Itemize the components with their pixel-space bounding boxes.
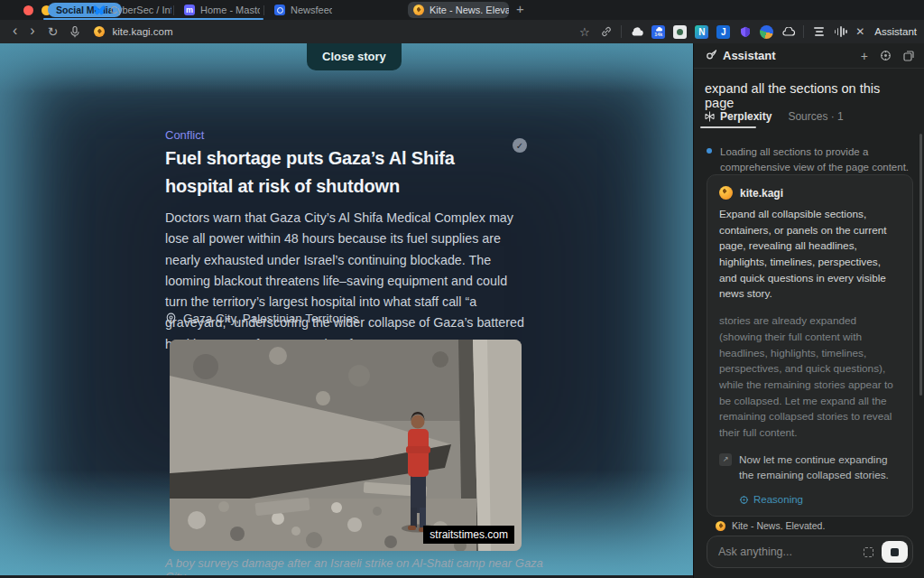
ask-input[interactable] [718, 545, 864, 558]
close-window-button[interactable] [23, 5, 33, 15]
back-button[interactable]: ‹ [13, 23, 17, 38]
tab-mastodon[interactable]: m Home - Mastodon [179, 2, 260, 18]
navigate-icon: ↗ [719, 453, 732, 466]
extension-badge: 14k [654, 32, 662, 37]
instruction-text: Expand all collapsible sections, contain… [719, 207, 901, 303]
tab-label: Home - Mastodon [200, 5, 260, 15]
user-query: expand all the sections on this page [705, 81, 912, 110]
new-tab-button[interactable]: + [516, 1, 524, 16]
close-assistant-icon[interactable]: ✕ [855, 25, 864, 38]
tab-label: Newsfeed [291, 5, 332, 15]
source-row: kite.kagi [719, 186, 901, 200]
site-favicon-kite [94, 26, 105, 37]
observation-text: stories are already expanded (showing th… [719, 313, 901, 442]
voice-wave-icon[interactable] [834, 25, 847, 39]
newsfeed-icon [274, 5, 285, 15]
location-pin-icon [165, 312, 177, 325]
status-text: Loading all sections to provide a compre… [720, 144, 912, 176]
stop-generation-button[interactable] [882, 541, 908, 563]
active-tab-underline [700, 126, 756, 128]
article-location: Gaza City, Palestinian Territories [165, 312, 526, 325]
comet-icon [705, 50, 716, 61]
shield-extension-icon[interactable] [738, 25, 752, 39]
status-bullet-icon [707, 148, 712, 154]
panel-scrollbar[interactable] [919, 134, 922, 396]
kite-icon [716, 521, 725, 531]
reasoning-label: Reasoning [753, 494, 803, 505]
tab-label: Sources · 1 [788, 110, 843, 123]
assistant-header: Assistant + [694, 43, 924, 69]
screenshot-icon[interactable] [864, 547, 873, 557]
bluesky-icon [94, 5, 105, 15]
location-text: Gaza City, Palestinian Territories [183, 312, 359, 325]
photo-credit: straitstimes.com [423, 526, 514, 544]
reload-button[interactable]: ↻ [48, 25, 59, 38]
article-photo[interactable]: straitstimes.com [170, 340, 522, 551]
status-row: Loading all sections to provide a compre… [707, 144, 912, 176]
cloud-extension-icon[interactable] [630, 25, 643, 39]
tab-bluesky[interactable]: CyberSec / Infosec — Bluesky [88, 2, 171, 18]
copy-link-icon[interactable] [599, 25, 613, 39]
page-context-chip[interactable]: Kite - News. Elevated. [716, 520, 825, 531]
tab-divider [173, 5, 174, 15]
tab-strip: Social Media CyberSec / Infosec — Bluesk… [0, 0, 924, 20]
address-bar[interactable]: kite.kagi.com [94, 26, 172, 37]
article-headline: Fuel shortage puts Gaza’s Al Shifa hospi… [165, 144, 526, 200]
open-in-window-icon[interactable] [903, 51, 914, 61]
url-text: kite.kagi.com [112, 26, 172, 37]
bookmark-star-icon[interactable]: ☆ [578, 25, 591, 39]
forward-button[interactable]: › [30, 23, 34, 38]
mastodon-icon: m [184, 5, 195, 15]
kite-icon [413, 5, 424, 15]
tab-perplexity[interactable]: Perplexity [705, 110, 772, 123]
action-text: Now let me continue expanding the remain… [739, 452, 901, 484]
action-row: ↗ Now let me continue expanding the rema… [719, 452, 901, 484]
tab-divider [263, 5, 264, 15]
n-extension-icon[interactable]: N [695, 25, 708, 39]
settings-icon[interactable] [880, 50, 892, 61]
assistant-tabs: Perplexity Sources · 1 [705, 110, 844, 123]
perplexity-logo-icon [705, 111, 715, 122]
microphone-icon[interactable] [70, 26, 79, 38]
browser-window: Social Media CyberSec / Infosec — Bluesk… [0, 0, 924, 578]
page-viewport: Close story ✓ Conflict Fuel shortage put… [0, 43, 693, 578]
assistant-panel: Assistant + expand all the sections on t… [693, 43, 924, 578]
source-name: kite.kagi [740, 187, 783, 200]
j-extension-icon[interactable]: J [716, 25, 730, 39]
camera-extension-icon[interactable] [673, 25, 687, 39]
tab-label: Kite - News. Elevated. [430, 5, 509, 15]
globe-extension-icon[interactable] [760, 25, 773, 39]
reading-list-icon[interactable] [812, 25, 826, 39]
rubble-scene-illustration [170, 340, 522, 551]
tab-newsfeed[interactable]: Newsfeed [269, 2, 332, 18]
tab-label: CyberSec / Infosec — Bluesky [110, 5, 171, 15]
toolbar-divider [621, 25, 622, 38]
context-chip-label: Kite - News. Elevated. [732, 520, 825, 531]
article-category[interactable]: Conflict [165, 128, 526, 142]
article-body: Doctors warn that Gaza City’s Al Shifa M… [165, 208, 526, 355]
reasoning-link[interactable]: Reasoning [739, 494, 901, 505]
toolbar-divider [803, 25, 804, 38]
assistant-title: Assistant [723, 49, 776, 62]
close-story-button[interactable]: Close story [307, 43, 402, 70]
kite-icon [719, 186, 733, 200]
tab-sources[interactable]: Sources · 1 [788, 110, 843, 123]
new-thread-button[interactable]: + [861, 49, 868, 63]
cloud-outline-extension-icon[interactable] [781, 25, 795, 39]
tool-call-card: kite.kagi Expand all collapsible section… [707, 174, 913, 517]
ask-input-container [707, 536, 913, 568]
toolbar: ‹ › ↻ kite.kagi.com ☆ 14k N [0, 20, 924, 43]
assistant-toggle-label[interactable]: Assistant [874, 26, 917, 37]
blocker-extension-icon[interactable]: 14k [651, 25, 665, 39]
tab-label: Perplexity [720, 110, 772, 123]
reasoning-gear-icon [739, 495, 749, 505]
tab-kite-active[interactable]: Kite - News. Elevated. [408, 2, 509, 18]
stop-icon [891, 548, 899, 556]
